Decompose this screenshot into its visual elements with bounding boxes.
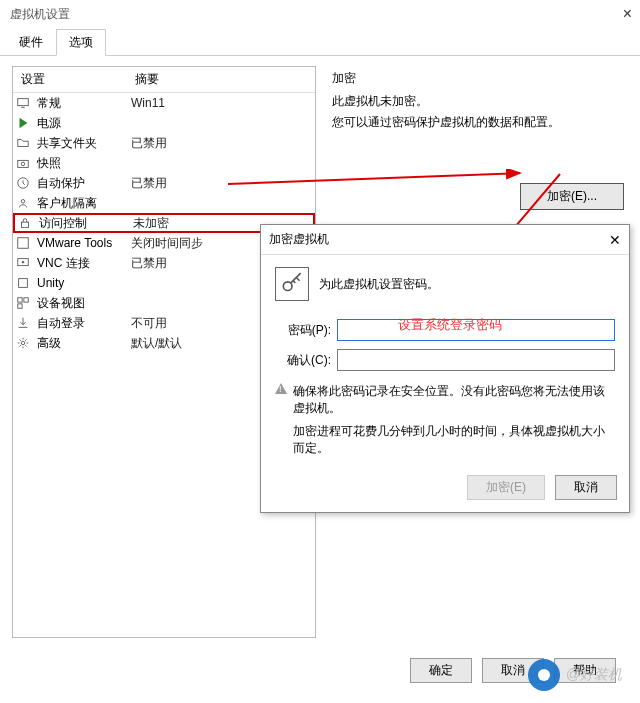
encryption-title: 加密 xyxy=(332,70,624,87)
svg-rect-10 xyxy=(18,298,22,302)
list-item-label: 设备视图 xyxy=(33,295,127,312)
watermark-text: @好装机 xyxy=(566,666,622,684)
list-header: 设置 摘要 xyxy=(13,67,315,93)
svg-point-2 xyxy=(21,162,25,166)
dialog-encrypt-button[interactable]: 加密(E) xyxy=(467,475,545,500)
confirm-label: 确认(C): xyxy=(275,352,331,369)
dialog-cancel-button[interactable]: 取消 xyxy=(555,475,617,500)
list-item-clock[interactable]: 自动保护已禁用 xyxy=(13,173,315,193)
close-icon[interactable]: × xyxy=(623,5,632,23)
svg-rect-1 xyxy=(18,160,29,167)
clock-icon xyxy=(13,176,33,190)
list-item-summary: 已禁用 xyxy=(127,175,315,192)
guest-icon xyxy=(13,196,33,210)
encryption-desc: 您可以通过密码保护虚拟机的数据和配置。 xyxy=(332,114,624,131)
monitor-icon xyxy=(13,96,33,110)
play-icon xyxy=(13,116,33,130)
unity-icon xyxy=(13,276,33,290)
encryption-status: 此虚拟机未加密。 xyxy=(332,93,624,110)
window-title: 虚拟机设置 xyxy=(10,6,70,23)
list-item-label: Unity xyxy=(33,276,127,290)
list-item-monitor[interactable]: 常规Win11 xyxy=(13,93,315,113)
encrypt-dialog: 加密虚拟机 ✕ 为此虚拟机设置密码。 密码(P): 确认(C): 确保将此密码记… xyxy=(260,224,630,513)
svg-point-16 xyxy=(283,282,292,291)
ok-button[interactable]: 确定 xyxy=(410,658,472,683)
list-item-label: 客户机隔离 xyxy=(33,195,127,212)
confirm-input[interactable] xyxy=(337,349,615,371)
header-summary: 摘要 xyxy=(127,67,315,92)
svg-point-8 xyxy=(22,261,24,263)
watermark-icon xyxy=(528,659,560,691)
tools-icon xyxy=(13,236,33,250)
list-item-guest[interactable]: 客户机隔离 xyxy=(13,193,315,213)
list-item-camera[interactable]: 快照 xyxy=(13,153,315,173)
login-icon xyxy=(13,316,33,330)
header-setting: 设置 xyxy=(13,67,127,92)
tab-options[interactable]: 选项 xyxy=(56,29,106,56)
list-item-label: 电源 xyxy=(33,115,127,132)
svg-rect-6 xyxy=(18,238,29,249)
view-icon xyxy=(13,296,33,310)
list-item-label: VNC 连接 xyxy=(33,255,127,272)
gear-icon xyxy=(13,336,33,350)
list-item-label: 自动保护 xyxy=(33,175,127,192)
tab-hardware[interactable]: 硬件 xyxy=(6,29,56,56)
list-item-label: 访问控制 xyxy=(35,215,129,232)
svg-point-13 xyxy=(21,341,25,345)
encrypt-button[interactable]: 加密(E)... xyxy=(520,183,624,210)
list-item-summary: 已禁用 xyxy=(127,135,315,152)
list-item-label: VMware Tools xyxy=(33,236,127,250)
list-item-play[interactable]: 电源 xyxy=(13,113,315,133)
dialog-warning: 确保将此密码记录在安全位置。没有此密码您将无法使用该虚拟机。 xyxy=(293,383,615,417)
list-item-summary: Win11 xyxy=(127,96,315,110)
svg-rect-11 xyxy=(24,298,28,302)
dialog-close-icon[interactable]: ✕ xyxy=(609,232,621,248)
lock-icon xyxy=(15,216,35,230)
list-item-label: 高级 xyxy=(33,335,127,352)
svg-rect-5 xyxy=(22,222,29,227)
titlebar: 虚拟机设置 × xyxy=(0,0,640,28)
password-label: 密码(P): xyxy=(275,322,331,339)
svg-rect-12 xyxy=(18,304,22,308)
list-item-folder[interactable]: 共享文件夹已禁用 xyxy=(13,133,315,153)
svg-point-4 xyxy=(21,200,25,204)
warning-icon xyxy=(275,383,287,394)
password-input[interactable] xyxy=(337,319,615,341)
dialog-instruction: 为此虚拟机设置密码。 xyxy=(319,276,439,293)
folder-icon xyxy=(13,136,33,150)
list-item-label: 自动登录 xyxy=(33,315,127,332)
svg-rect-0 xyxy=(18,99,29,106)
list-item-label: 快照 xyxy=(33,155,127,172)
list-item-label: 共享文件夹 xyxy=(33,135,127,152)
dialog-note: 加密进程可花费几分钟到几小时的时间，具体视虚拟机大小而定。 xyxy=(293,423,615,457)
camera-icon xyxy=(13,156,33,170)
watermark: @好装机 xyxy=(528,659,622,691)
tab-bar: 硬件 选项 xyxy=(0,28,640,56)
svg-rect-9 xyxy=(19,279,28,288)
dialog-title: 加密虚拟机 xyxy=(269,231,329,248)
key-icon xyxy=(275,267,309,301)
list-item-label: 常规 xyxy=(33,95,127,112)
vnc-icon xyxy=(13,256,33,270)
